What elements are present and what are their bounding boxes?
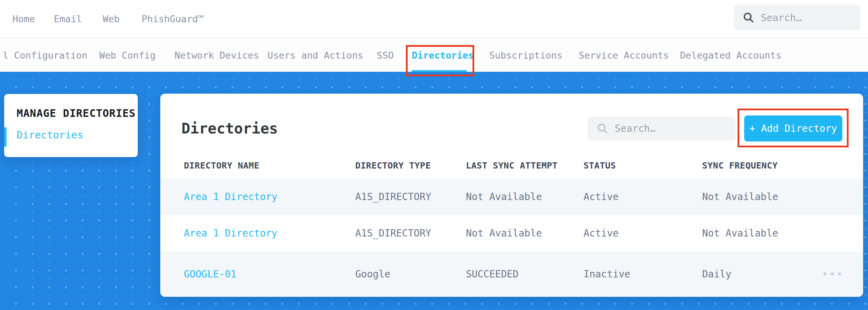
search-icon	[597, 123, 609, 135]
top-nav-email[interactable]: Email	[54, 0, 82, 37]
top-nav-home-label: Home	[12, 14, 35, 24]
sub-nav-delegated-accounts[interactable]: Delegated Accounts	[680, 38, 782, 72]
sub-nav-web-config[interactable]: Web Config	[99, 38, 156, 72]
sub-nav-web-config-label: Web Config	[99, 50, 156, 61]
sync-frequency-cell: Not Available	[702, 227, 817, 239]
top-nav-web[interactable]: Web	[103, 0, 120, 37]
directory-type-cell: A1S_DIRECTORY	[355, 227, 466, 239]
column-header-last-sync-attempt: LAST SYNC ATTEMPT	[466, 161, 584, 171]
sub-nav-configuration-label: l Configuration	[3, 50, 87, 61]
sub-nav-configuration[interactable]: l Configuration	[3, 38, 87, 72]
column-header-directory-name: DIRECTORY NAME	[184, 161, 355, 171]
sync-frequency-cell: Daily	[702, 268, 817, 280]
status-cell: Active	[584, 227, 702, 239]
sub-nav-subscriptions[interactable]: Subscriptions	[489, 38, 562, 72]
sub-nav-directories-label: Directories	[412, 50, 474, 61]
directory-type-cell: A1S_DIRECTORY	[355, 191, 466, 203]
add-directory-button[interactable]: + Add Directory	[744, 115, 842, 141]
sub-nav-service-accounts[interactable]: Service Accounts	[579, 38, 669, 72]
sub-nav-directories[interactable]: Directories	[412, 38, 474, 72]
sub-nav-users-and-actions[interactable]: Users and Actions	[267, 38, 363, 72]
directory-name-link[interactable]: Area 1 Directory	[184, 227, 355, 239]
column-header-sync-frequency: SYNC FREQUENCY	[702, 161, 817, 171]
sub-nav-users-and-actions-label: Users and Actions	[267, 50, 363, 61]
top-nav-email-label: Email	[54, 14, 82, 24]
table-body: Area 1 Directory A1S_DIRECTORY Not Avail…	[160, 179, 863, 297]
table-row: GOOGLE-01 Google SUCCEEDED Inactive Dail…	[160, 251, 863, 297]
last-sync-attempt-cell: SUCCEEDED	[466, 268, 584, 280]
manage-directories-card: MANAGE DIRECTORIES Directories	[4, 94, 138, 157]
global-search-input[interactable]: Search…	[734, 5, 860, 30]
directory-name-link[interactable]: Area 1 Directory	[184, 191, 355, 203]
top-nav-phishguard-label: PhishGuard™	[142, 14, 204, 24]
sub-nav-sso[interactable]: SSO	[377, 38, 394, 72]
global-search-placeholder: Search…	[761, 12, 802, 24]
sub-nav-bar: l Configuration Web Config Network Devic…	[0, 37, 868, 72]
top-nav-home[interactable]: Home	[12, 0, 35, 37]
search-icon	[743, 12, 755, 24]
top-nav-phishguard[interactable]: PhishGuard™	[142, 0, 204, 37]
directories-panel: Directories Search… + Add Directory DIRE…	[160, 94, 863, 297]
sub-nav-delegated-accounts-label: Delegated Accounts	[680, 50, 782, 61]
directory-type-cell: Google	[355, 268, 466, 280]
sub-nav-service-accounts-label: Service Accounts	[579, 50, 669, 61]
sub-nav-network-devices[interactable]: Network Devices	[175, 38, 259, 72]
manage-directories-heading: MANAGE DIRECTORIES	[17, 107, 138, 119]
table-row: Area 1 Directory A1S_DIRECTORY Not Avail…	[160, 215, 863, 251]
sub-nav-network-devices-label: Network Devices	[175, 50, 259, 61]
active-item-indicator-bar	[4, 127, 7, 147]
sync-frequency-cell: Not Available	[702, 191, 817, 203]
column-header-directory-type: DIRECTORY TYPE	[355, 161, 466, 171]
column-header-status: STATUS	[584, 161, 702, 171]
sub-nav-subscriptions-label: Subscriptions	[489, 50, 562, 61]
directories-search-placeholder: Search…	[615, 123, 656, 134]
sidebar-item-directories[interactable]: Directories	[17, 129, 138, 141]
row-more-options-icon[interactable]: •••	[817, 268, 844, 280]
directory-name-link[interactable]: GOOGLE-01	[184, 268, 355, 280]
last-sync-attempt-cell: Not Available	[466, 191, 584, 203]
sub-nav-sso-label: SSO	[377, 50, 394, 61]
top-nav-bar: Home Email Web PhishGuard™ Search…	[0, 0, 868, 37]
status-cell: Active	[584, 191, 702, 203]
status-cell: Inactive	[584, 268, 702, 280]
directories-search-input[interactable]: Search…	[588, 117, 735, 140]
table-header-row: DIRECTORY NAME DIRECTORY TYPE LAST SYNC …	[160, 153, 863, 179]
page-title: Directories	[181, 120, 588, 137]
top-nav-web-label: Web	[103, 14, 120, 24]
last-sync-attempt-cell: Not Available	[466, 227, 584, 239]
table-row: Area 1 Directory A1S_DIRECTORY Not Avail…	[160, 179, 863, 215]
panel-header: Directories Search… + Add Directory	[160, 115, 863, 141]
